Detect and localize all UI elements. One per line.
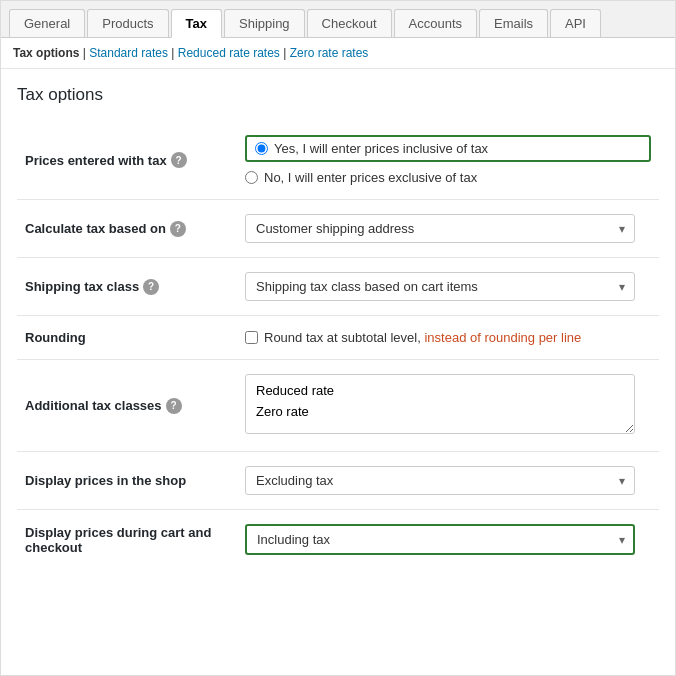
settings-table: Prices entered with tax ? Yes, I will en… <box>17 121 659 569</box>
label-display-prices-cart: Display prices during cart and checkout <box>17 510 237 570</box>
subnav: Tax options | Standard rates | Reduced r… <box>1 38 675 69</box>
radio-option-no: No, I will enter prices exclusive of tax <box>245 170 651 185</box>
tab-emails[interactable]: Emails <box>479 9 548 37</box>
help-icon-shipping-tax[interactable]: ? <box>143 279 159 295</box>
tab-accounts[interactable]: Accounts <box>394 9 477 37</box>
radio-no-exclusive[interactable] <box>245 171 258 184</box>
select-display-prices-shop[interactable]: Excluding tax Including tax <box>245 466 635 495</box>
row-calculate-tax-based-on: Calculate tax based on ? Customer shippi… <box>17 200 659 258</box>
control-additional-tax-classes: Reduced rate Zero rate <box>237 360 659 452</box>
control-display-prices-cart: Including tax Excluding tax <box>237 510 659 570</box>
content-area: Tax options Prices entered with tax ? Ye… <box>1 69 675 569</box>
radio-no-exclusive-label[interactable]: No, I will enter prices exclusive of tax <box>264 170 477 185</box>
row-additional-tax-classes: Additional tax classes ? Reduced rate Ze… <box>17 360 659 452</box>
row-rounding: Rounding Round tax at subtotal level, in… <box>17 316 659 360</box>
subnav-prefix: Tax options <box>13 46 79 60</box>
help-icon-additional-tax[interactable]: ? <box>166 398 182 414</box>
control-prices-entered-with-tax: Yes, I will enter prices inclusive of ta… <box>237 121 659 200</box>
control-calculate-tax-based-on: Customer shipping address Customer billi… <box>237 200 659 258</box>
radio-group-prices: Yes, I will enter prices inclusive of ta… <box>245 135 651 185</box>
checkbox-rounding[interactable] <box>245 331 258 344</box>
section-title: Tax options <box>17 85 659 105</box>
subnav-link-reduced-rate[interactable]: Reduced rate rates <box>178 46 280 60</box>
select-wrapper-calculate-tax: Customer shipping address Customer billi… <box>245 214 635 243</box>
tab-products[interactable]: Products <box>87 9 168 37</box>
tab-general[interactable]: General <box>9 9 85 37</box>
row-prices-entered-with-tax: Prices entered with tax ? Yes, I will en… <box>17 121 659 200</box>
help-icon-prices-entered[interactable]: ? <box>171 152 187 168</box>
row-shipping-tax-class: Shipping tax class ? Shipping tax class … <box>17 258 659 316</box>
tab-api[interactable]: API <box>550 9 601 37</box>
control-shipping-tax-class: Shipping tax class based on cart items S… <box>237 258 659 316</box>
subnav-link-standard-rates[interactable]: Standard rates <box>89 46 168 60</box>
select-wrapper-display-prices-cart: Including tax Excluding tax <box>245 524 635 555</box>
radio-yes-inclusive[interactable] <box>255 142 268 155</box>
select-wrapper-shipping-tax: Shipping tax class based on cart items S… <box>245 272 635 301</box>
label-calculate-tax-based-on: Calculate tax based on ? <box>17 200 237 258</box>
tab-shipping[interactable]: Shipping <box>224 9 305 37</box>
radio-yes-inclusive-label[interactable]: Yes, I will enter prices inclusive of ta… <box>274 141 488 156</box>
control-rounding: Round tax at subtotal level, instead of … <box>237 316 659 360</box>
tabs-bar: GeneralProductsTaxShippingCheckoutAccoun… <box>1 1 675 38</box>
tab-tax[interactable]: Tax <box>171 9 222 38</box>
rounding-link[interactable]: instead of rounding per line <box>424 330 581 345</box>
label-additional-tax-classes: Additional tax classes ? <box>17 360 237 452</box>
rounding-label[interactable]: Round tax at subtotal level, instead of … <box>264 330 581 345</box>
select-wrapper-display-prices-shop: Excluding tax Including tax <box>245 466 635 495</box>
control-display-prices-shop: Excluding tax Including tax <box>237 452 659 510</box>
select-shipping-tax-class[interactable]: Shipping tax class based on cart items S… <box>245 272 635 301</box>
help-icon-calculate-tax[interactable]: ? <box>170 221 186 237</box>
label-rounding: Rounding <box>17 316 237 360</box>
checkbox-row-rounding: Round tax at subtotal level, instead of … <box>245 330 651 345</box>
label-prices-entered-with-tax: Prices entered with tax ? <box>17 121 237 200</box>
row-display-prices-shop: Display prices in the shop Excluding tax… <box>17 452 659 510</box>
radio-option-yes-highlighted: Yes, I will enter prices inclusive of ta… <box>245 135 651 162</box>
select-calculate-tax[interactable]: Customer shipping address Customer billi… <box>245 214 635 243</box>
textarea-additional-tax-classes[interactable]: Reduced rate Zero rate <box>245 374 635 434</box>
label-display-prices-shop: Display prices in the shop <box>17 452 237 510</box>
row-display-prices-cart: Display prices during cart and checkout … <box>17 510 659 570</box>
select-display-prices-cart[interactable]: Including tax Excluding tax <box>245 524 635 555</box>
subnav-link-zero-rate[interactable]: Zero rate rates <box>290 46 369 60</box>
label-shipping-tax-class: Shipping tax class ? <box>17 258 237 316</box>
tab-checkout[interactable]: Checkout <box>307 9 392 37</box>
